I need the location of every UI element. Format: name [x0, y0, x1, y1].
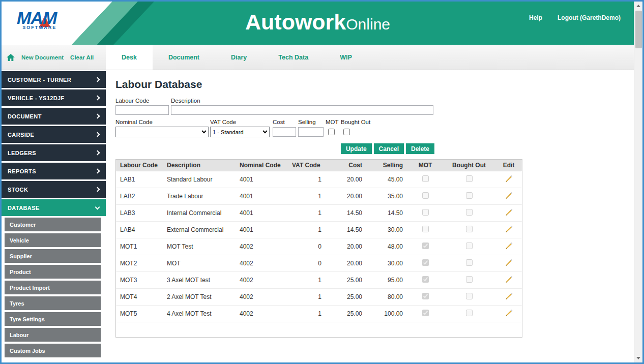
cancel-button[interactable]: Cancel [374, 143, 404, 154]
cell-description: 2 Axel MOT Test [163, 289, 236, 306]
sidebar-item-stock[interactable]: STOCK [2, 181, 106, 198]
update-button[interactable]: Update [341, 143, 372, 154]
cell-edit [494, 171, 522, 188]
edit-pencil-icon[interactable] [505, 276, 513, 283]
cell-labour-code: MOT5 [116, 306, 163, 322]
sidebar-item-database[interactable]: DATABASE [2, 199, 106, 216]
cell-mot [407, 171, 444, 188]
sidebar-item-vehicle-ys12djf[interactable]: VEHICLE - YS12DJF [2, 89, 106, 106]
sidebar-subitem-labour[interactable]: Labour [5, 328, 101, 342]
cell-cost: 25.00 [326, 289, 366, 306]
edit-pencil-icon[interactable] [505, 208, 513, 216]
cell-selling: 100.00 [366, 306, 407, 322]
edit-pencil-icon[interactable] [505, 292, 513, 300]
app-window: MAM SOFTWARE AutoworkOnline Help Logout … [0, 0, 644, 364]
cell-labour-code: MOT4 [116, 289, 163, 306]
scrollbar-thumb[interactable] [635, 11, 642, 48]
labour-code-input[interactable] [115, 105, 169, 115]
cell-nominal-code: 4001 [236, 205, 288, 222]
chevron-right-icon [95, 96, 100, 101]
sidebar-subitem-product-import[interactable]: Product Import [5, 281, 101, 294]
quick-links: New Document Clear All [2, 45, 106, 70]
cell-nominal-code: 4002 [236, 272, 288, 289]
sidebar-item-reports[interactable]: REPORTS [2, 163, 106, 179]
bought-out-row-checkbox [466, 209, 473, 216]
sidebar-item-carside[interactable]: CARSIDE [2, 126, 106, 143]
tab-diary[interactable]: Diary [215, 45, 262, 70]
edit-pencil-icon[interactable] [505, 175, 513, 183]
column-header-bought-out: Bought Out [444, 160, 494, 171]
sidebar-item-label: VEHICLE - YS12DJF [8, 95, 65, 101]
cell-vat-code: 1 [288, 188, 326, 205]
labour-form: Labour Code Description Nominal Code VAT… [115, 98, 434, 154]
vertical-scrollbar[interactable] [634, 2, 642, 362]
sidebar-subitem-custom-jobs[interactable]: Custom Jobs [5, 344, 101, 357]
sidebar-subitem-vehicle[interactable]: Vehicle [5, 233, 101, 247]
bought-out-row-checkbox [466, 293, 473, 299]
logout-link[interactable]: Logout (GarethDemo) [558, 14, 621, 21]
sidebar-item-ledgers[interactable]: LEDGERS [2, 144, 106, 161]
scrollbar-down-arrow-icon[interactable] [634, 354, 643, 362]
labour-table-container: Labour CodeDescriptionNominal CodeVAT Co… [115, 159, 522, 338]
column-header-edit: Edit [494, 160, 522, 171]
edit-pencil-icon[interactable] [505, 192, 513, 199]
sidebar-subitem-product[interactable]: Product [5, 265, 101, 279]
mot-row-checkbox [422, 192, 429, 199]
edit-pencil-icon[interactable] [505, 225, 513, 233]
sidebar-item-customer-turner[interactable]: CUSTOMER - TURNER [2, 71, 106, 88]
mot-checkbox[interactable] [328, 129, 335, 135]
scrollbar-up-arrow-icon[interactable] [634, 2, 643, 10]
mot-row-checkbox [422, 226, 429, 232]
selling-input[interactable] [298, 127, 324, 137]
mot-row-checkbox [422, 276, 429, 283]
clear-all-link[interactable]: Clear All [70, 54, 94, 60]
cell-cost: 25.00 [326, 306, 366, 322]
sidebar-subitem-customer[interactable]: Customer [5, 218, 101, 231]
delete-button[interactable]: Delete [406, 143, 434, 154]
chevron-right-icon [95, 77, 100, 82]
cell-edit [494, 188, 522, 205]
tab-document[interactable]: Document [153, 45, 215, 70]
sidebar-subitem-tyre-settings[interactable]: Tyre Settings [5, 312, 101, 326]
edit-pencil-icon[interactable] [505, 242, 513, 250]
sidebar-item-document[interactable]: DOCUMENT [2, 108, 106, 125]
tab-wip[interactable]: WIP [324, 45, 368, 70]
new-document-link[interactable]: New Document [21, 54, 64, 60]
column-header-mot: MOT [407, 160, 444, 171]
column-header-vat-code: VAT Code [288, 160, 326, 171]
cell-edit [494, 255, 522, 272]
bought-out-label: Bought Out [341, 119, 370, 125]
help-link[interactable]: Help [529, 14, 542, 21]
nominal-code-select[interactable] [115, 127, 209, 137]
column-header-cost: Cost [326, 160, 366, 171]
sidebar-subitem-supplier[interactable]: Supplier [5, 249, 101, 263]
form-buttons: UpdateCancelDelete [115, 143, 434, 154]
vat-code-select[interactable]: 1 - Standard [210, 127, 270, 137]
table-header-row: Labour CodeDescriptionNominal CodeVAT Co… [116, 160, 522, 171]
sidebar-subitem-tyres[interactable]: Tyres [5, 296, 101, 310]
sidebar-item-label: DOCUMENT [8, 113, 42, 119]
bought-out-checkbox[interactable] [343, 129, 350, 135]
cell-bought-out [444, 272, 494, 289]
sidebar-item-label: DATABASE [8, 205, 40, 211]
tab-desk[interactable]: Desk [106, 45, 153, 70]
bought-out-row-checkbox [466, 242, 473, 249]
cell-nominal-code: 4002 [236, 289, 288, 306]
description-input[interactable] [171, 105, 433, 115]
cell-mot [407, 205, 444, 222]
home-icon[interactable] [7, 54, 15, 61]
sidebar-item-label: CUSTOMER - TURNER [8, 77, 71, 83]
cell-edit [494, 306, 522, 322]
sidebar-subitems: CustomerVehicleSupplierProductProduct Im… [2, 218, 106, 357]
cell-mot [407, 255, 444, 272]
column-header-selling: Selling [366, 160, 407, 171]
edit-pencil-icon[interactable] [505, 309, 513, 317]
mam-logo[interactable]: MAM SOFTWARE [17, 10, 56, 30]
tab-tech-data[interactable]: Tech Data [262, 45, 324, 70]
table-row: MOT2MOT4002020.0030.00 [116, 255, 522, 272]
mot-row-checkbox [422, 259, 429, 266]
cost-input[interactable] [273, 127, 296, 137]
cell-selling: 45.00 [366, 171, 407, 188]
labour-table: Labour CodeDescriptionNominal CodeVAT Co… [116, 160, 522, 322]
edit-pencil-icon[interactable] [505, 259, 513, 266]
